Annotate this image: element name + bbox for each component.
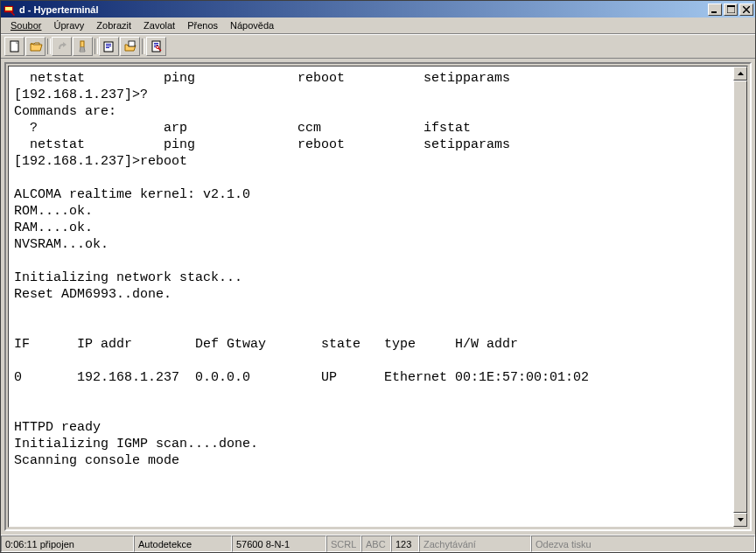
menu-help[interactable]: Nápověda	[224, 18, 280, 32]
svg-rect-2	[711, 11, 717, 13]
status-print-echo: Odezva tisku	[531, 536, 755, 552]
connect-button[interactable]	[52, 37, 72, 56]
svg-rect-10	[106, 47, 109, 48]
close-button[interactable]	[739, 4, 753, 16]
status-autodetect: Autodetekce	[134, 536, 232, 552]
app-window: d - Hyperterminál Soubor Úpravy Zobrazit…	[0, 0, 756, 553]
svg-rect-13	[154, 43, 158, 44]
svg-rect-6	[80, 41, 84, 47]
svg-point-16	[156, 46, 158, 48]
menubar: Soubor Úpravy Zobrazit Zavolat Přenos Ná…	[1, 18, 755, 34]
receive-button[interactable]	[120, 37, 140, 56]
window-title: d - Hyperterminál	[19, 4, 708, 15]
menu-call[interactable]: Zavolat	[137, 18, 181, 32]
svg-rect-11	[129, 41, 135, 46]
vertical-scrollbar[interactable]	[733, 66, 747, 527]
client-area: netstat ping reboot setipparams [192.168…	[1, 59, 755, 535]
terminal-output[interactable]: netstat ping reboot setipparams [192.168…	[9, 66, 733, 527]
status-num: 123	[391, 536, 419, 552]
svg-rect-9	[106, 46, 111, 46]
status-params: 57600 8-N-1	[232, 536, 326, 552]
svg-rect-14	[154, 45, 158, 46]
maximize-button[interactable]	[724, 4, 738, 16]
scroll-track[interactable]	[733, 80, 747, 513]
scroll-thumb[interactable]	[733, 80, 747, 513]
minimize-button[interactable]	[708, 4, 722, 16]
disconnect-button[interactable]	[73, 37, 93, 56]
scroll-up-button[interactable]	[733, 66, 747, 80]
status-caps: ABC	[361, 536, 391, 552]
status-connected-time: 0:06:11 připojen	[1, 536, 134, 552]
menu-edit[interactable]: Úpravy	[47, 18, 90, 32]
menu-view[interactable]: Zobrazit	[90, 18, 137, 32]
svg-rect-1	[5, 7, 12, 10]
titlebar[interactable]: d - Hyperterminál	[1, 1, 755, 18]
menu-transfer[interactable]: Přenos	[181, 18, 224, 32]
terminal-frame: netstat ping reboot setipparams [192.168…	[4, 62, 752, 531]
svg-rect-4	[727, 5, 735, 7]
window-controls	[708, 4, 753, 16]
svg-rect-7	[104, 42, 113, 52]
toolbar	[1, 34, 755, 59]
scroll-down-button[interactable]	[733, 513, 747, 527]
properties-button[interactable]	[146, 37, 166, 56]
status-capture: Zachytávání	[419, 536, 531, 552]
new-button[interactable]	[4, 37, 24, 56]
statusbar: 0:06:11 připojen Autodetekce 57600 8-N-1…	[1, 535, 755, 552]
menu-file[interactable]: Soubor	[4, 18, 47, 32]
svg-rect-8	[106, 44, 111, 45]
open-button[interactable]	[25, 37, 46, 56]
status-scroll-lock: SCRL	[326, 536, 361, 552]
send-button[interactable]	[99, 37, 119, 56]
app-icon	[3, 3, 17, 17]
